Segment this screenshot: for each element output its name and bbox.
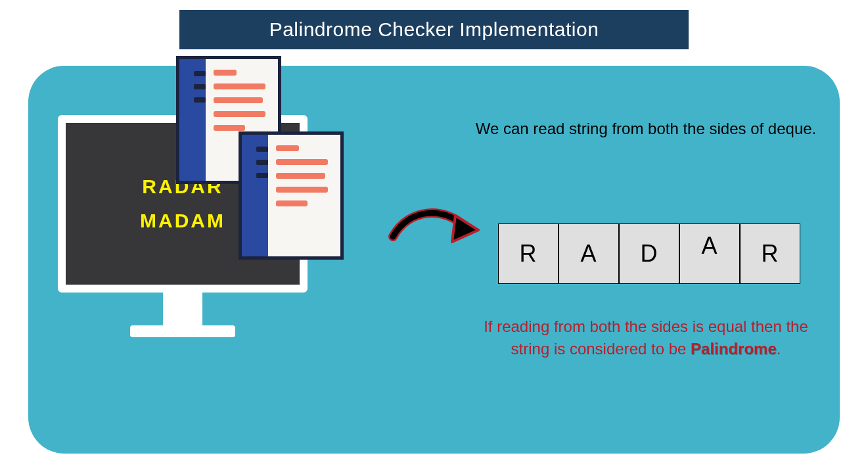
document-spine xyxy=(242,135,268,256)
description-top-text: We can read string from both the sides o… xyxy=(476,120,817,137)
title-text: Palindrome Checker Implementation xyxy=(269,18,599,41)
document-body xyxy=(268,135,340,256)
deque-cell: R xyxy=(498,223,559,284)
description-bottom: If reading from both the sides is equal … xyxy=(475,316,817,360)
deque-cell: A xyxy=(559,223,619,284)
description-bottom-post: . xyxy=(777,340,781,358)
description-bottom-keyword: Palindrome xyxy=(691,340,777,358)
monitor-base xyxy=(130,325,235,337)
monitor-word-2: MADAM xyxy=(140,210,225,232)
monitor-neck xyxy=(163,293,202,325)
title-banner: Palindrome Checker Implementation xyxy=(179,10,689,49)
main-panel: RADAR MADAM xyxy=(28,66,840,454)
document-spine xyxy=(179,59,206,181)
document-icon xyxy=(239,131,344,260)
deque-cells: R A D A R xyxy=(498,223,800,284)
description-top: We can read string from both the sides o… xyxy=(475,118,817,139)
deque-cell: R xyxy=(740,223,800,284)
deque-cell: D xyxy=(619,223,679,284)
arrow-icon xyxy=(386,197,485,259)
deque-cell: A xyxy=(679,223,740,284)
